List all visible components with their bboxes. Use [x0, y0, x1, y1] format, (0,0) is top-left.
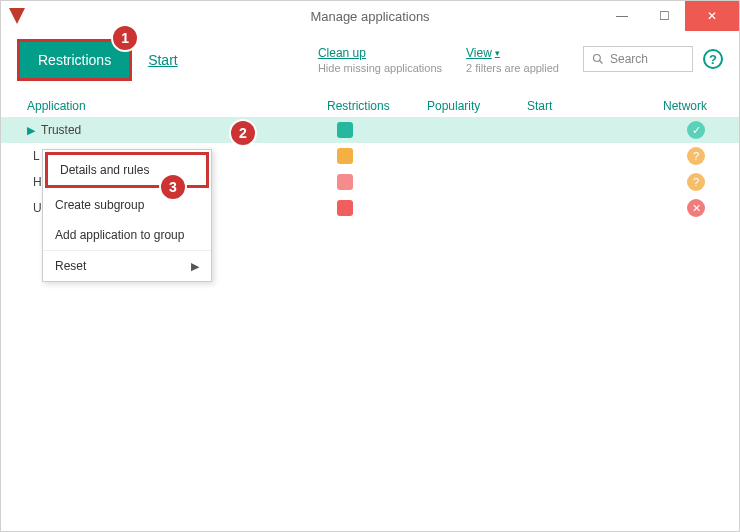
col-popularity[interactable]: Popularity: [427, 99, 527, 113]
restriction-cell: [327, 122, 427, 138]
restriction-square-icon: [337, 122, 353, 138]
app-name: L: [33, 149, 40, 163]
titlebar: Manage applications — ☐ ✕: [1, 1, 739, 31]
search-icon: [592, 53, 604, 65]
col-start[interactable]: Start: [527, 99, 627, 113]
menu-item-add-application[interactable]: Add application to group: [43, 220, 211, 250]
restriction-cell: [327, 174, 427, 190]
restriction-square-icon: [337, 200, 353, 216]
window-controls: — ☐ ✕: [601, 1, 739, 31]
col-application[interactable]: Application: [27, 99, 327, 113]
cleanup-link[interactable]: Clean up: [318, 46, 442, 60]
callout-2: 2: [229, 119, 257, 147]
view-link[interactable]: View ▾: [466, 46, 559, 60]
network-unknown-icon: ?: [687, 173, 705, 191]
app-name: Trusted: [41, 123, 81, 137]
expand-caret-icon[interactable]: ▶: [27, 124, 35, 137]
help-button[interactable]: ?: [703, 49, 723, 69]
restriction-square-icon: [337, 174, 353, 190]
window-title: Manage applications: [310, 9, 429, 24]
cleanup-block[interactable]: Clean up Hide missing applications: [318, 46, 442, 74]
view-sub: 2 filters are applied: [466, 62, 559, 74]
svg-point-0: [594, 55, 601, 62]
toolbar-right: Clean up Hide missing applications View …: [318, 46, 723, 74]
start-link[interactable]: Start: [148, 52, 178, 68]
search-wrap: Search ?: [583, 46, 723, 72]
view-block[interactable]: View ▾ 2 filters are applied: [466, 46, 559, 74]
col-network[interactable]: Network: [663, 99, 723, 113]
search-placeholder: Search: [610, 52, 648, 66]
toolbar: Restrictions 1 Start Clean up Hide missi…: [1, 31, 739, 95]
view-link-label: View: [466, 46, 492, 60]
chevron-down-icon: ▾: [495, 48, 500, 58]
svg-line-1: [600, 61, 603, 64]
app-cell: ▶ Trusted: [27, 123, 327, 137]
network-unknown-icon: ?: [687, 147, 705, 165]
app-name: U: [33, 201, 42, 215]
app-name: H: [33, 175, 42, 189]
menu-item-label: Add application to group: [55, 228, 184, 242]
table-header: Application Restrictions Popularity Star…: [1, 95, 739, 117]
restriction-cell: [327, 200, 427, 216]
network-ok-icon: ✓: [687, 121, 705, 139]
callout-3: 3: [159, 173, 187, 201]
close-button[interactable]: ✕: [685, 1, 739, 31]
search-input[interactable]: Search: [583, 46, 693, 72]
restrictions-button[interactable]: Restrictions 1: [17, 39, 132, 81]
callout-1: 1: [111, 24, 139, 52]
table-row-trusted[interactable]: ▶ Trusted ✓: [1, 117, 739, 143]
chevron-right-icon: ▶: [191, 260, 199, 273]
restriction-cell: [327, 148, 427, 164]
restrictions-button-label: Restrictions: [38, 52, 111, 68]
menu-item-label: Reset: [55, 259, 86, 273]
minimize-button[interactable]: —: [601, 1, 643, 31]
col-restrictions[interactable]: Restrictions: [327, 99, 427, 113]
menu-item-reset[interactable]: Reset ▶: [43, 250, 211, 281]
menu-item-label: Create subgroup: [55, 198, 144, 212]
context-menu: Details and rules Create subgroup Add ap…: [42, 149, 212, 282]
menu-item-create-subgroup[interactable]: Create subgroup: [43, 190, 211, 220]
col-spacer: [627, 99, 663, 113]
restriction-square-icon: [337, 148, 353, 164]
kaspersky-logo-icon: [9, 8, 25, 24]
cleanup-sub: Hide missing applications: [318, 62, 442, 74]
menu-item-label: Details and rules: [60, 163, 149, 177]
network-blocked-icon: ✕: [687, 199, 705, 217]
maximize-button[interactable]: ☐: [643, 1, 685, 31]
